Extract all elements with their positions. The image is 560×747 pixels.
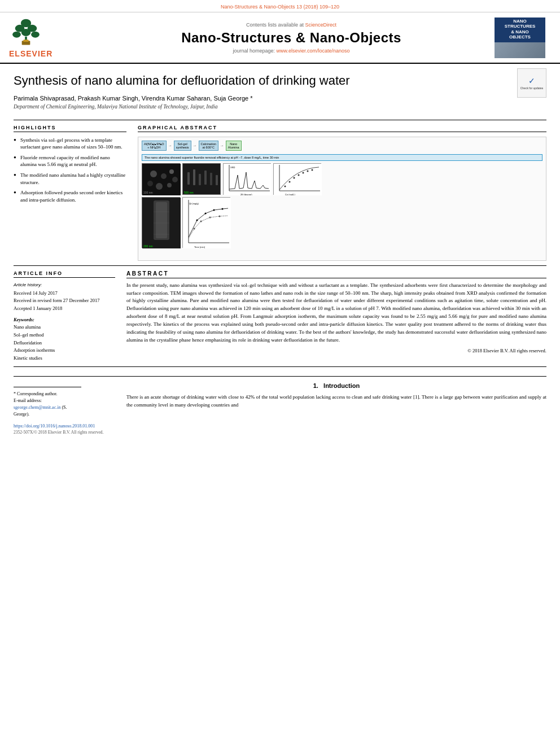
science-direct-line: Contents lists available at ScienceDirec… <box>88 22 495 28</box>
title-block: Synthesis of nano alumina for defluorida… <box>14 73 511 115</box>
svg-point-54 <box>196 219 198 221</box>
ga-highlight-box: The nano alumina showed superior fluorid… <box>142 154 542 161</box>
journal-homepage: journal homepage: www.elsevier.com/locat… <box>88 48 495 54</box>
svg-point-40 <box>303 172 304 173</box>
svg-rect-24 <box>210 173 212 185</box>
check-badge-label: Check for updates <box>520 86 544 90</box>
ga-arrow-2: → <box>193 143 197 148</box>
ga-tem-image-tall: 200 nm <box>142 197 180 248</box>
ga-flow-row: Al(NO₃)₃·9H₂O+ NH₄OH → Sol-gelsynthesis … <box>142 141 542 151</box>
article-history-label: Article history: <box>14 282 115 287</box>
svg-text:2θ (degree): 2θ (degree) <box>240 193 252 195</box>
ga-xrd-plot-1: 2θ (degree) Intensity XRD <box>223 163 271 195</box>
svg-point-37 <box>289 181 291 182</box>
ga-flow-2: Sol-gelsynthesis <box>174 141 191 151</box>
journal-citation-link[interactable]: Nano-Structures & Nano-Objects 13 (2018)… <box>221 4 339 10</box>
journal-header: ELSEVIER Contents lists available at Sci… <box>0 12 560 64</box>
title-area: Synthesis of nano alumina for defluorida… <box>14 73 546 115</box>
highlights-column: HIGHLIGHTS Synthesis via sol–gel process… <box>14 125 126 261</box>
svg-text:200 nm: 200 nm <box>143 244 153 248</box>
journal-thumb-area: NANOSTRUCTURES& NANOOBJECTS <box>495 18 551 58</box>
article-info-column: ARTICLE INFO Article history: Received 1… <box>14 270 115 362</box>
journal-thumb-image <box>495 42 545 58</box>
keywords-label: Keywords: <box>14 317 115 322</box>
elsevier-label: ELSEVIER <box>9 49 53 58</box>
svg-point-5 <box>21 29 31 36</box>
intro-right-column: 1. Introduction There is an acute shorta… <box>126 382 546 435</box>
abstract-label: ABSTRACT <box>126 270 546 278</box>
ga-flow-4: NanoAlumina <box>226 141 242 151</box>
svg-point-57 <box>222 208 224 209</box>
ga-flow-3: Calcinationat 600°C <box>199 141 218 151</box>
svg-rect-23 <box>204 171 207 185</box>
journal-title: Nano-Structures & Nano-Objects <box>88 30 495 46</box>
svg-point-56 <box>213 209 215 211</box>
check-updates-badge: ✓ Check for updates <box>517 68 546 98</box>
science-direct-link[interactable]: ScienceDirect <box>305 22 337 28</box>
svg-point-4 <box>12 32 21 38</box>
divider-3 <box>14 366 546 367</box>
highlight-item-2: Fluoride removal capacity of modified na… <box>14 154 126 168</box>
svg-rect-46 <box>156 202 167 238</box>
journal-homepage-link[interactable]: www.elsevier.com/locate/nanoso <box>277 48 350 54</box>
svg-text:100 nm: 100 nm <box>143 191 153 194</box>
graphical-abstract-column: GRAPHICAL ABSTRACT Al(NO₃)₃·9H₂O+ NH₄OH … <box>138 125 546 261</box>
ga-arrow-1: → <box>168 143 172 148</box>
graphical-abstract-box: Al(NO₃)₃·9H₂O+ NH₄OH → Sol-gelsynthesis … <box>138 137 546 261</box>
svg-rect-20 <box>187 172 190 185</box>
svg-point-36 <box>285 185 286 187</box>
ga-tem-image-2: 500 nm <box>182 163 221 195</box>
top-bar: Nano-Structures & Nano-Objects 13 (2018)… <box>0 0 560 12</box>
highlights-label: HIGHLIGHTS <box>14 125 126 132</box>
svg-point-12 <box>161 173 167 179</box>
article-accepted: Accepted 1 January 2018 <box>14 305 115 313</box>
svg-point-59 <box>200 220 202 222</box>
footnote-section: * Corresponding author. E-mail address: … <box>14 387 81 418</box>
svg-point-15 <box>156 183 163 190</box>
svg-rect-22 <box>199 174 201 185</box>
svg-rect-51 <box>183 198 231 248</box>
ga-adsorption-plot: Ce (mg/L) <box>273 163 321 195</box>
intro-two-col: * Corresponding author. E-mail address: … <box>14 382 546 435</box>
intro-heading: 1. Introduction <box>126 382 546 389</box>
abstract-text: In the present study, nano alumina was s… <box>126 282 546 345</box>
highlight-item-3: The modified nano alumina had a highly c… <box>14 172 126 186</box>
svg-rect-21 <box>193 169 195 185</box>
highlight-item-4: Adsorption followed pseudo second order … <box>14 189 126 203</box>
abstract-copyright: © 2018 Elsevier B.V. All rights reserved… <box>126 348 546 353</box>
svg-point-61 <box>219 215 221 217</box>
page: Nano-Structures & Nano-Objects 13 (2018)… <box>0 0 560 747</box>
highlights-graphical-section: HIGHLIGHTS Synthesis via sol–gel process… <box>14 125 546 261</box>
graphical-abstract-label: GRAPHICAL ABSTRACT <box>138 125 546 132</box>
intro-text: There is an acute shortage of drinking w… <box>126 394 546 409</box>
divider-1 <box>14 120 546 120</box>
article-content: Synthesis of nano alumina for defluorida… <box>0 64 560 444</box>
svg-point-39 <box>298 174 300 176</box>
journal-header-center: Contents lists available at ScienceDirec… <box>88 22 495 54</box>
svg-text:Ce (mg/L): Ce (mg/L) <box>285 193 295 195</box>
journal-thumb-title: NANOSTRUCTURES& NANOOBJECTS <box>504 18 537 41</box>
svg-point-42 <box>312 169 313 171</box>
journal-thumbnail: NANOSTRUCTURES& NANOOBJECTS <box>495 18 545 58</box>
svg-rect-9 <box>23 40 28 42</box>
svg-point-6 <box>31 32 40 38</box>
article-info-abstract-section: ARTICLE INFO Article history: Received 1… <box>14 270 546 362</box>
email-link[interactable]: sgeorge.chem@mnit.ac.in <box>14 405 60 410</box>
svg-point-16 <box>167 183 172 187</box>
svg-point-60 <box>209 216 211 218</box>
article-info-label: ARTICLE INFO <box>14 270 115 278</box>
doi-link[interactable]: https://doi.org/10.1016/j.nanoso.2018.01… <box>14 423 95 429</box>
introduction-section: * Corresponding author. E-mail address: … <box>14 376 546 435</box>
svg-text:XRD: XRD <box>230 166 235 169</box>
email-footnote: E-mail address: sgeorge.chem@mnit.ac.in … <box>14 397 81 418</box>
article-affiliation: Department of Chemical Engineering, Mala… <box>14 104 511 110</box>
ga-flow-1: Al(NO₃)₃·9H₂O+ NH₄OH <box>142 141 167 151</box>
article-received: Received 14 July 2017 <box>14 290 115 298</box>
doi-section: https://doi.org/10.1016/j.nanoso.2018.01… <box>14 422 115 435</box>
ga-image-row-2: 200 nm <box>142 197 542 248</box>
ga-arrow-3: → <box>220 143 224 148</box>
keywords-section: Keywords: Nano alumina Sol–gel method De… <box>14 317 115 362</box>
keyword-2: Sol–gel method <box>14 331 115 339</box>
abstract-column: ABSTRACT In the present study, nano alum… <box>126 270 546 362</box>
corresponding-author-note: * Corresponding author. <box>14 391 81 397</box>
